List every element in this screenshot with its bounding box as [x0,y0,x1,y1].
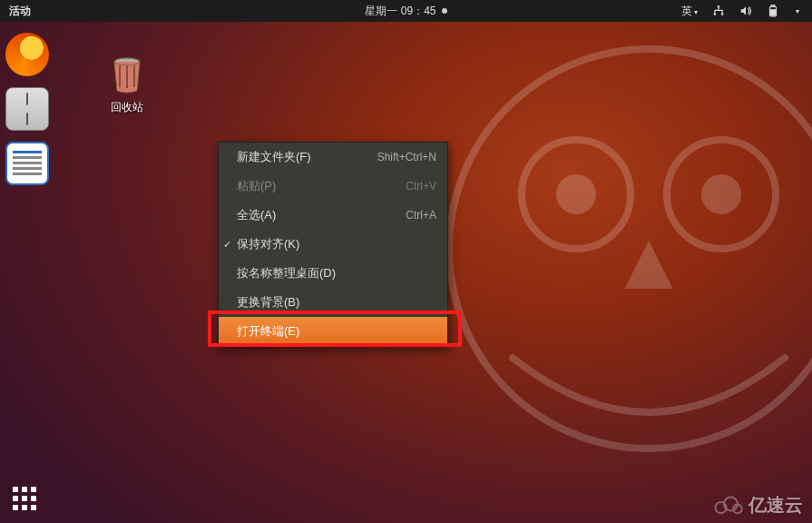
battery-icon[interactable] [767,5,779,17]
file-manager-launcher[interactable] [5,87,49,131]
menu-item-keep-aligned[interactable]: 保持对齐(K) [219,230,447,259]
activities-button[interactable]: 活动 [0,4,40,19]
system-tray: 英▾ ▾ [681,4,812,19]
svg-rect-2 [721,13,723,15]
network-icon[interactable] [712,5,725,17]
chevron-down-icon[interactable]: ▾ [796,7,799,15]
menu-item-open-terminal[interactable]: 打开终端(E) [219,317,447,346]
firefox-launcher[interactable] [5,33,49,76]
svg-rect-5 [771,10,776,15]
svg-rect-4 [771,5,775,7]
svg-rect-0 [718,5,719,7]
top-bar: 活动 星期一 09：45 英▾ ▾ [0,0,812,22]
menu-item-new-folder[interactable]: 新建文件夹(F) Shift+Ctrl+N [219,143,447,172]
svg-point-10 [705,178,738,211]
svg-point-9 [560,178,592,211]
notification-dot-icon [442,8,447,14]
dock [5,33,49,185]
show-applications-button[interactable] [13,487,36,510]
trash-desktop-item[interactable]: 回收站 [94,54,160,115]
watermark: 亿速云 [712,493,803,518]
menu-item-organize-by-name[interactable]: 按名称整理桌面(D) [219,259,447,288]
datetime-label: 星期一 09：45 [365,4,435,19]
menu-item-paste: 粘贴(P) Ctrl+V [219,172,447,201]
watermark-text: 亿速云 [748,493,803,518]
menu-item-select-all[interactable]: 全选(A) Ctrl+A [219,201,447,230]
ime-indicator[interactable]: 英▾ [681,4,698,19]
svg-rect-1 [714,13,716,15]
trash-label: 回收站 [94,100,160,115]
menu-item-change-background[interactable]: 更换背景(B) [219,288,447,317]
desktop-context-menu: 新建文件夹(F) Shift+Ctrl+N 粘贴(P) Ctrl+V 全选(A)… [218,142,448,347]
svg-point-6 [449,49,812,449]
document-launcher[interactable] [5,142,49,185]
volume-icon[interactable] [739,5,752,17]
trash-icon [107,54,147,94]
clock[interactable]: 星期一 09：45 [365,4,446,19]
desktop[interactable]: 回收站 新建文件夹(F) Shift+Ctrl+N 粘贴(P) Ctrl+V 全… [0,22,812,523]
chevron-down-icon: ▾ [694,8,698,16]
